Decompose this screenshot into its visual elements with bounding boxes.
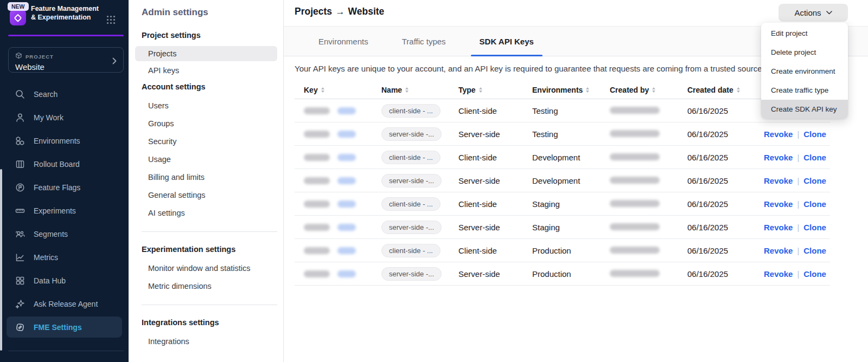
environment-cell: Testing xyxy=(523,106,601,115)
redacted-copy-link[interactable] xyxy=(337,247,356,254)
created-by-cell xyxy=(601,223,678,232)
redacted-copy-link[interactable] xyxy=(337,131,356,138)
redacted-copy-link[interactable] xyxy=(337,154,356,161)
breadcrumb-arrow-icon: → xyxy=(332,6,348,17)
column-header-key[interactable]: Key xyxy=(295,86,372,94)
admin-item-users[interactable]: Users xyxy=(148,96,283,114)
created-date-cell: 06/16/2025 xyxy=(678,176,749,185)
admin-item-api-keys[interactable]: API keys xyxy=(148,61,283,79)
sidebar-item-rollout-board[interactable]: Rollout Board xyxy=(0,152,129,176)
project-selector[interactable]: PROJECT Website xyxy=(8,47,124,73)
admin-item-general-settings[interactable]: General settings xyxy=(148,186,283,204)
flag-circle-icon xyxy=(15,182,25,193)
created-by-cell xyxy=(601,130,678,139)
section-heading-account-settings: Account settings xyxy=(142,82,283,91)
key-name-pill[interactable]: server-side -... xyxy=(381,174,442,188)
sidebar-item-ask-release-agent[interactable]: Ask Release Agent xyxy=(0,292,129,315)
admin-item-integrations[interactable]: Integrations xyxy=(148,332,283,350)
clone-link[interactable]: Clone xyxy=(803,199,826,209)
key-name-pill[interactable]: client-side - ... xyxy=(381,151,441,164)
clone-link[interactable]: Clone xyxy=(803,153,826,162)
revoke-link[interactable]: Revoke xyxy=(764,269,793,279)
clone-link[interactable]: Clone xyxy=(803,176,826,185)
admin-item-security[interactable]: Security xyxy=(148,132,283,150)
scrollbar-thumb[interactable] xyxy=(0,169,2,351)
table-row: client-side - ... Client-side Staging 06… xyxy=(295,192,830,216)
menu-item-delete-project[interactable]: Delete project xyxy=(761,43,848,62)
redacted-copy-link[interactable] xyxy=(337,107,356,114)
revoke-link[interactable]: Revoke xyxy=(764,246,793,255)
tab-sdk-api-keys[interactable]: SDK API Keys xyxy=(480,27,534,56)
sidebar-item-search[interactable]: Search xyxy=(0,82,129,106)
key-name-pill[interactable]: client-side - ... xyxy=(381,197,441,211)
admin-settings-panel: Admin settings Project settings Projects… xyxy=(129,0,284,362)
column-header-environments[interactable]: Environments xyxy=(523,86,601,94)
clone-link[interactable]: Clone xyxy=(803,223,826,232)
redacted-copy-link[interactable] xyxy=(337,177,356,184)
column-header-created-date[interactable]: Created date xyxy=(678,86,749,94)
admin-item-billing-and-limits[interactable]: Billing and limits xyxy=(148,168,283,186)
key-name-pill[interactable]: server-side -... xyxy=(381,267,442,281)
type-cell: Server-side xyxy=(449,269,523,279)
admin-item-ai-settings[interactable]: AI settings xyxy=(148,204,283,222)
sidebar-item-metrics[interactable]: Metrics xyxy=(0,245,129,269)
breadcrumb-parent[interactable]: Projects xyxy=(295,6,332,17)
tab-traffic-types[interactable]: Traffic types xyxy=(402,27,446,56)
clone-link[interactable]: Clone xyxy=(803,130,826,139)
environment-cell: Development xyxy=(523,176,601,185)
actions-button[interactable]: Actions xyxy=(778,4,848,22)
admin-item-monitor-window[interactable]: Monitor window and statistics xyxy=(148,259,283,277)
admin-item-projects[interactable]: Projects xyxy=(135,46,277,61)
created-by-cell xyxy=(601,106,678,115)
type-cell: Server-side xyxy=(449,130,523,139)
created-by-cell xyxy=(601,246,678,255)
menu-item-edit-project[interactable]: Edit project xyxy=(761,24,848,43)
revoke-link[interactable]: Revoke xyxy=(764,176,793,185)
created-date-cell: 06/16/2025 xyxy=(678,199,749,209)
created-date-cell: 06/16/2025 xyxy=(678,130,749,139)
redacted-api-key xyxy=(304,131,330,138)
actions-cell: Revoke | Clone xyxy=(749,269,830,279)
column-header-type[interactable]: Type xyxy=(449,86,523,94)
redacted-copy-link[interactable] xyxy=(337,201,356,208)
key-name-pill[interactable]: server-side -... xyxy=(381,221,442,234)
sidebar-item-environments[interactable]: Environments xyxy=(0,129,129,152)
menu-item-create-traffic-type[interactable]: Create traffic type xyxy=(761,81,848,100)
sidebar-item-data-hub[interactable]: Data Hub xyxy=(0,269,129,292)
redacted-copy-link[interactable] xyxy=(337,270,356,277)
key-cell xyxy=(295,177,372,184)
sort-icon xyxy=(321,87,324,93)
sidebar-item-fme-settings[interactable]: FME Settings xyxy=(7,316,122,338)
tab-environments[interactable]: Environments xyxy=(318,27,368,56)
key-name-pill[interactable]: client-side - ... xyxy=(381,244,441,257)
admin-item-groups[interactable]: Groups xyxy=(148,114,283,132)
column-header-created-by[interactable]: Created by xyxy=(601,86,678,94)
sidebar-item-feature-flags[interactable]: Feature Flags xyxy=(0,176,129,199)
sidebar-item-experiments[interactable]: Experiments xyxy=(0,199,129,222)
admin-item-usage[interactable]: Usage xyxy=(148,150,283,168)
clone-link[interactable]: Clone xyxy=(803,246,826,255)
admin-item-metric-dimensions[interactable]: Metric dimensions xyxy=(148,277,283,295)
sidebar-nav: Search My Work Environments xyxy=(0,82,129,338)
revoke-link[interactable]: Revoke xyxy=(764,199,793,209)
key-name-pill[interactable]: server-side -... xyxy=(381,127,442,141)
active-tab-underline xyxy=(471,55,542,56)
chevron-right-icon xyxy=(112,57,117,67)
revoke-link[interactable]: Revoke xyxy=(764,130,793,139)
main-content: Projects→Website Actions Environments Tr… xyxy=(284,0,868,362)
redacted-api-key xyxy=(304,270,330,277)
apps-grid-icon[interactable] xyxy=(106,15,116,27)
key-name-pill[interactable]: client-side - ... xyxy=(381,104,441,118)
sidebar-item-segments[interactable]: Segments xyxy=(0,222,129,245)
revoke-link[interactable]: Revoke xyxy=(764,153,793,162)
column-header-name[interactable]: Name xyxy=(372,86,449,94)
menu-item-create-environment[interactable]: Create environment xyxy=(761,62,848,81)
clone-link[interactable]: Clone xyxy=(803,269,826,279)
revoke-link[interactable]: Revoke xyxy=(764,223,793,232)
menu-item-create-sdk-api-key[interactable]: Create SDK API key xyxy=(761,100,848,119)
type-cell: Server-side xyxy=(449,223,523,232)
redacted-created-by xyxy=(610,200,660,207)
redacted-copy-link[interactable] xyxy=(337,224,356,231)
sidebar-item-my-work[interactable]: My Work xyxy=(0,106,129,129)
redacted-created-by xyxy=(610,270,660,277)
